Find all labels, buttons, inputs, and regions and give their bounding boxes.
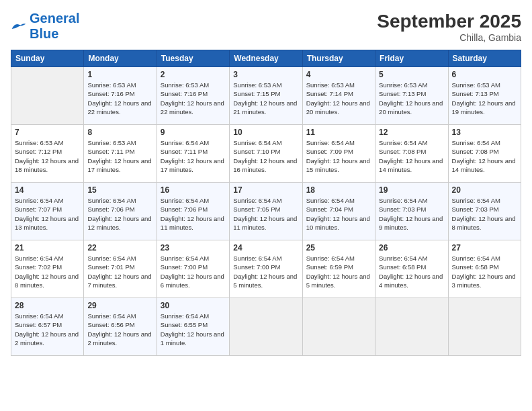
day-number: 29 — [87, 301, 152, 310]
calendar-cell — [448, 298, 521, 356]
logo-text: GeneralBlue — [30, 11, 79, 42]
day-info: Sunrise: 6:54 AMSunset: 7:02 PMDaylight:… — [15, 255, 79, 289]
day-info: Sunrise: 6:54 AMSunset: 7:00 PMDaylight:… — [161, 255, 224, 289]
calendar-cell: 28 Sunrise: 6:54 AMSunset: 6:57 PMDaylig… — [11, 298, 84, 356]
day-number: 7 — [15, 128, 80, 137]
day-info: Sunrise: 6:54 AMSunset: 7:03 PMDaylight:… — [452, 197, 516, 231]
day-info: Sunrise: 6:53 AMSunset: 7:15 PMDaylight:… — [233, 81, 297, 116]
calendar-week-5: 28 Sunrise: 6:54 AMSunset: 6:57 PMDaylig… — [11, 298, 521, 356]
calendar-cell: 3 Sunrise: 6:53 AMSunset: 7:15 PMDayligh… — [230, 67, 302, 125]
day-info: Sunrise: 6:54 AMSunset: 6:57 PMDaylight:… — [15, 312, 79, 347]
day-number: 23 — [161, 243, 226, 253]
day-number: 18 — [306, 185, 371, 195]
col-header-wednesday: Wednesday — [230, 50, 302, 67]
calendar-cell: 27 Sunrise: 6:54 AMSunset: 6:58 PMDaylig… — [448, 240, 521, 298]
day-number: 1 — [87, 70, 152, 79]
calendar-cell: 30 Sunrise: 6:54 AMSunset: 6:55 PMDaylig… — [157, 298, 229, 356]
day-number: 12 — [379, 128, 444, 137]
day-info: Sunrise: 6:53 AMSunset: 7:11 PMDaylight:… — [87, 139, 151, 173]
day-info: Sunrise: 6:54 AMSunset: 6:56 PMDaylight:… — [87, 312, 151, 347]
day-info: Sunrise: 6:54 AMSunset: 7:11 PMDaylight:… — [161, 139, 224, 173]
day-info: Sunrise: 6:53 AMSunset: 7:16 PMDaylight:… — [161, 81, 224, 116]
day-info: Sunrise: 6:53 AMSunset: 7:14 PMDaylight:… — [306, 81, 370, 116]
day-number: 5 — [379, 70, 444, 79]
col-header-monday: Monday — [84, 50, 157, 67]
day-info: Sunrise: 6:53 AMSunset: 7:13 PMDaylight:… — [452, 81, 516, 116]
calendar-cell: 4 Sunrise: 6:53 AMSunset: 7:14 PMDayligh… — [302, 67, 375, 125]
day-info: Sunrise: 6:54 AMSunset: 6:58 PMDaylight:… — [379, 255, 443, 289]
day-info: Sunrise: 6:54 AMSunset: 7:09 PMDaylight:… — [306, 139, 370, 173]
day-info: Sunrise: 6:54 AMSunset: 6:58 PMDaylight:… — [452, 255, 516, 289]
calendar-week-2: 7 Sunrise: 6:53 AMSunset: 7:12 PMDayligh… — [11, 125, 521, 183]
day-number: 13 — [452, 128, 517, 137]
page: GeneralBlue September 2025 Chilla, Gambi… — [0, 0, 532, 411]
calendar-cell: 12 Sunrise: 6:54 AMSunset: 7:08 PMDaylig… — [375, 125, 448, 183]
calendar-cell: 5 Sunrise: 6:53 AMSunset: 7:13 PMDayligh… — [375, 67, 448, 125]
day-info: Sunrise: 6:54 AMSunset: 7:08 PMDaylight:… — [379, 139, 443, 173]
page-subtitle: Chilla, Gambia — [377, 32, 521, 43]
day-info: Sunrise: 6:53 AMSunset: 7:12 PMDaylight:… — [15, 139, 79, 173]
calendar-table: SundayMondayTuesdayWednesdayThursdayFrid… — [11, 50, 521, 356]
calendar-cell: 21 Sunrise: 6:54 AMSunset: 7:02 PMDaylig… — [11, 240, 84, 298]
calendar-cell: 20 Sunrise: 6:54 AMSunset: 7:03 PMDaylig… — [448, 183, 521, 240]
calendar-header-row: SundayMondayTuesdayWednesdayThursdayFrid… — [11, 50, 521, 67]
day-info: Sunrise: 6:54 AMSunset: 7:03 PMDaylight:… — [379, 197, 443, 231]
calendar-cell: 9 Sunrise: 6:54 AMSunset: 7:11 PMDayligh… — [157, 125, 229, 183]
day-info: Sunrise: 6:54 AMSunset: 6:59 PMDaylight:… — [306, 255, 370, 289]
day-number: 22 — [87, 243, 152, 253]
calendar-cell: 14 Sunrise: 6:54 AMSunset: 7:07 PMDaylig… — [11, 183, 84, 240]
day-info: Sunrise: 6:54 AMSunset: 7:07 PMDaylight:… — [15, 197, 79, 231]
day-number: 14 — [15, 185, 80, 195]
col-header-thursday: Thursday — [302, 50, 375, 67]
calendar-cell: 11 Sunrise: 6:54 AMSunset: 7:09 PMDaylig… — [302, 125, 375, 183]
day-number: 9 — [161, 128, 226, 137]
day-number: 21 — [15, 243, 80, 253]
calendar-cell — [375, 298, 448, 356]
calendar-cell: 25 Sunrise: 6:54 AMSunset: 6:59 PMDaylig… — [302, 240, 375, 298]
col-header-sunday: Sunday — [11, 50, 84, 67]
calendar-cell: 1 Sunrise: 6:53 AMSunset: 7:16 PMDayligh… — [84, 67, 157, 125]
title-block: September 2025 Chilla, Gambia — [377, 11, 521, 43]
day-number: 17 — [233, 185, 298, 195]
calendar-cell: 22 Sunrise: 6:54 AMSunset: 7:01 PMDaylig… — [84, 240, 157, 298]
day-number: 3 — [233, 70, 298, 79]
day-info: Sunrise: 6:54 AMSunset: 7:04 PMDaylight:… — [306, 197, 370, 231]
day-number: 26 — [379, 243, 444, 253]
day-number: 6 — [452, 70, 517, 79]
day-info: Sunrise: 6:53 AMSunset: 7:13 PMDaylight:… — [379, 81, 443, 116]
calendar-cell: 2 Sunrise: 6:53 AMSunset: 7:16 PMDayligh… — [157, 67, 229, 125]
calendar-cell: 17 Sunrise: 6:54 AMSunset: 7:05 PMDaylig… — [230, 183, 302, 240]
day-number: 27 — [452, 243, 517, 253]
calendar-cell — [230, 298, 302, 356]
bird-icon — [11, 21, 27, 32]
calendar-cell — [302, 298, 375, 356]
day-number: 2 — [161, 70, 226, 79]
calendar-cell: 23 Sunrise: 6:54 AMSunset: 7:00 PMDaylig… — [157, 240, 229, 298]
col-header-saturday: Saturday — [448, 50, 521, 67]
calendar-week-1: 1 Sunrise: 6:53 AMSunset: 7:16 PMDayligh… — [11, 67, 521, 125]
calendar-week-4: 21 Sunrise: 6:54 AMSunset: 7:02 PMDaylig… — [11, 240, 521, 298]
page-title: September 2025 — [377, 11, 521, 32]
day-number: 8 — [87, 128, 152, 137]
day-info: Sunrise: 6:54 AMSunset: 7:06 PMDaylight:… — [161, 197, 224, 231]
day-info: Sunrise: 6:54 AMSunset: 7:10 PMDaylight:… — [233, 139, 297, 173]
day-number: 19 — [379, 185, 444, 195]
day-number: 28 — [15, 301, 80, 310]
calendar-cell: 7 Sunrise: 6:53 AMSunset: 7:12 PMDayligh… — [11, 125, 84, 183]
day-info: Sunrise: 6:54 AMSunset: 6:55 PMDaylight:… — [161, 312, 224, 347]
header: GeneralBlue September 2025 Chilla, Gambi… — [11, 11, 521, 43]
day-number: 11 — [306, 128, 371, 137]
day-number: 15 — [87, 185, 152, 195]
calendar-cell — [11, 67, 84, 125]
day-number: 10 — [233, 128, 298, 137]
calendar-cell: 10 Sunrise: 6:54 AMSunset: 7:10 PMDaylig… — [230, 125, 302, 183]
day-info: Sunrise: 6:54 AMSunset: 7:06 PMDaylight:… — [87, 197, 151, 231]
calendar-cell: 26 Sunrise: 6:54 AMSunset: 6:58 PMDaylig… — [375, 240, 448, 298]
day-number: 16 — [161, 185, 226, 195]
day-number: 4 — [306, 70, 371, 79]
day-number: 30 — [161, 301, 226, 310]
calendar-cell: 6 Sunrise: 6:53 AMSunset: 7:13 PMDayligh… — [448, 67, 521, 125]
day-info: Sunrise: 6:54 AMSunset: 7:00 PMDaylight:… — [233, 255, 297, 289]
calendar-cell: 19 Sunrise: 6:54 AMSunset: 7:03 PMDaylig… — [375, 183, 448, 240]
logo: GeneralBlue — [11, 11, 79, 42]
